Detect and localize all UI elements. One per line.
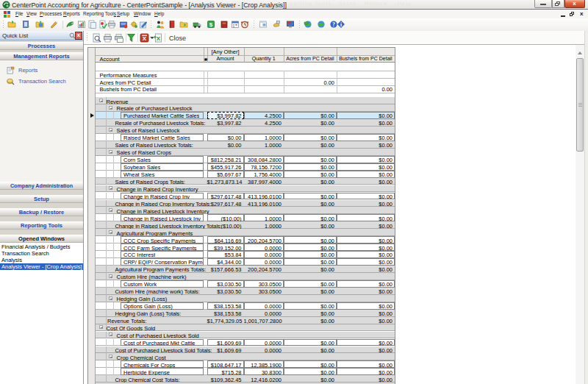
svg-text:$: $ xyxy=(209,21,213,28)
svg-text:i: i xyxy=(340,21,342,28)
svg-text:X: X xyxy=(157,35,161,42)
svg-text:X: X xyxy=(143,35,147,41)
svg-text:?: ? xyxy=(332,21,335,28)
